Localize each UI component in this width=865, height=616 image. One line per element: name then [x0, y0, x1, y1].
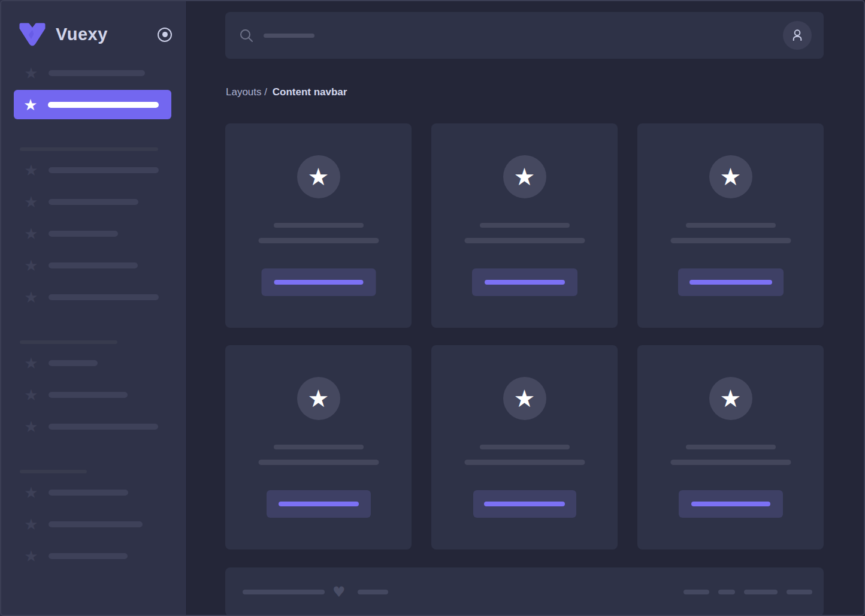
card-text-placeholder-line	[686, 445, 776, 449]
button-label-placeholder-bar	[484, 502, 565, 506]
footer-links	[683, 590, 812, 594]
search-icon	[240, 29, 253, 43]
demo-card: ★	[637, 123, 824, 328]
star-icon: ★	[24, 485, 38, 500]
footer-link-placeholder-bar	[683, 590, 709, 594]
footer-link-placeholder-bar	[718, 590, 735, 594]
brand-header: Vuexy	[0, 0, 185, 57]
search-placeholder-bar	[264, 34, 314, 38]
sidebar-item[interactable]: ★	[0, 218, 185, 249]
vuexy-logo-icon[interactable]	[17, 23, 47, 47]
menu-pin-toggle-icon[interactable]	[158, 28, 172, 42]
sidebar-item-placeholder-bar	[49, 360, 98, 366]
card-avatar-circle: ★	[297, 377, 340, 420]
sidebar-item[interactable]: ★	[0, 508, 185, 540]
card-avatar-circle: ★	[709, 155, 752, 198]
button-label-placeholder-bar	[279, 502, 359, 506]
sidebar-item-placeholder-bar	[49, 167, 159, 173]
star-icon: ★	[308, 165, 329, 189]
star-icon: ★	[24, 290, 38, 304]
sidebar-item[interactable]: ★	[0, 347, 185, 379]
demo-card: ★	[637, 345, 824, 549]
footer-link-placeholder-bar	[744, 590, 778, 594]
sidebar-item-placeholder-bar	[49, 231, 118, 237]
sidebar-item-placeholder-bar	[49, 553, 128, 559]
sidebar-item[interactable]: ★	[0, 540, 185, 572]
card-action-button[interactable]	[678, 268, 784, 296]
card-avatar-circle: ★	[503, 377, 546, 420]
sidebar-item-placeholder-bar	[49, 70, 145, 76]
cards-grid: ★★★★★★	[225, 123, 824, 549]
user-icon	[790, 28, 805, 43]
card-action-button[interactable]	[261, 268, 376, 296]
card-text-placeholder-line	[274, 223, 364, 228]
card-text-placeholder-line	[258, 460, 379, 465]
sidebar: Vuexy ★★★★★★★★★★★★★	[0, 0, 186, 616]
sidebar-item-placeholder-bar	[49, 294, 159, 300]
star-icon: ★	[24, 517, 38, 532]
star-icon: ★	[24, 195, 38, 209]
sidebar-item-placeholder-bar	[49, 490, 128, 496]
star-icon: ★	[24, 549, 38, 563]
card-text-placeholder-line	[670, 460, 791, 465]
sidebar-item-placeholder-bar	[48, 102, 159, 108]
card-avatar-circle: ★	[709, 377, 752, 420]
brand-name: Vuexy	[56, 25, 108, 44]
demo-card: ★	[225, 123, 412, 328]
card-text-placeholder-line	[480, 445, 570, 449]
card-avatar-circle: ★	[503, 155, 546, 198]
card-avatar-circle: ★	[297, 155, 340, 198]
card-text-placeholder-line	[464, 238, 585, 243]
card-text-placeholder-line	[258, 238, 379, 243]
button-label-placeholder-bar	[691, 502, 770, 506]
sidebar-item[interactable]: ★	[0, 281, 185, 313]
footer-placeholder-bar	[243, 590, 325, 594]
sidebar-item[interactable]: ★	[0, 249, 185, 281]
sidebar-item-placeholder-bar	[49, 199, 138, 205]
sidebar-item-active[interactable]: ★	[14, 90, 171, 119]
footer-left: ♥	[243, 585, 388, 599]
sidebar-section-header-bar	[20, 147, 158, 151]
sidebar-nav: ★★★★★★★★★★★★★	[0, 57, 185, 572]
footer-link-placeholder-bar	[787, 590, 812, 594]
star-icon: ★	[24, 66, 38, 80]
card-action-button[interactable]	[472, 268, 577, 296]
button-label-placeholder-bar	[689, 280, 772, 285]
button-label-placeholder-bar	[274, 280, 363, 285]
button-label-placeholder-bar	[485, 280, 565, 285]
card-action-button[interactable]	[473, 490, 576, 518]
star-icon: ★	[720, 386, 742, 410]
sidebar-item[interactable]: ★	[0, 379, 185, 410]
search-input[interactable]	[240, 29, 783, 43]
card-text-placeholder-line	[480, 223, 570, 228]
star-icon: ★	[24, 356, 38, 370]
breadcrumb-parent[interactable]: Layouts /	[226, 86, 267, 98]
demo-card: ★	[431, 123, 618, 328]
sidebar-item-placeholder-bar	[49, 262, 138, 268]
sidebar-section-header-bar	[20, 340, 117, 344]
star-icon: ★	[514, 386, 536, 410]
sidebar-item[interactable]: ★	[0, 186, 185, 218]
star-icon: ★	[24, 163, 38, 177]
star-icon: ★	[23, 98, 38, 112]
star-icon: ★	[24, 258, 38, 273]
star-icon: ★	[24, 419, 38, 434]
sidebar-item[interactable]: ★	[0, 410, 185, 442]
card-text-placeholder-line	[274, 445, 364, 449]
sidebar-item-placeholder-bar	[49, 424, 158, 430]
demo-card: ★	[431, 345, 618, 549]
demo-card: ★	[225, 345, 412, 549]
sidebar-item-placeholder-bar	[49, 521, 143, 527]
star-icon: ★	[720, 165, 742, 189]
sidebar-item[interactable]: ★	[0, 57, 185, 89]
star-icon: ★	[514, 165, 536, 189]
star-icon: ★	[308, 386, 329, 410]
sidebar-item[interactable]: ★	[0, 154, 185, 186]
top-navbar	[225, 12, 824, 59]
sidebar-item[interactable]: ★	[0, 476, 185, 508]
user-avatar-button[interactable]	[783, 21, 812, 50]
card-action-button[interactable]	[267, 490, 371, 518]
breadcrumb: Layouts / Content navbar	[226, 86, 347, 99]
heart-icon: ♥	[332, 585, 346, 599]
card-action-button[interactable]	[679, 490, 783, 518]
